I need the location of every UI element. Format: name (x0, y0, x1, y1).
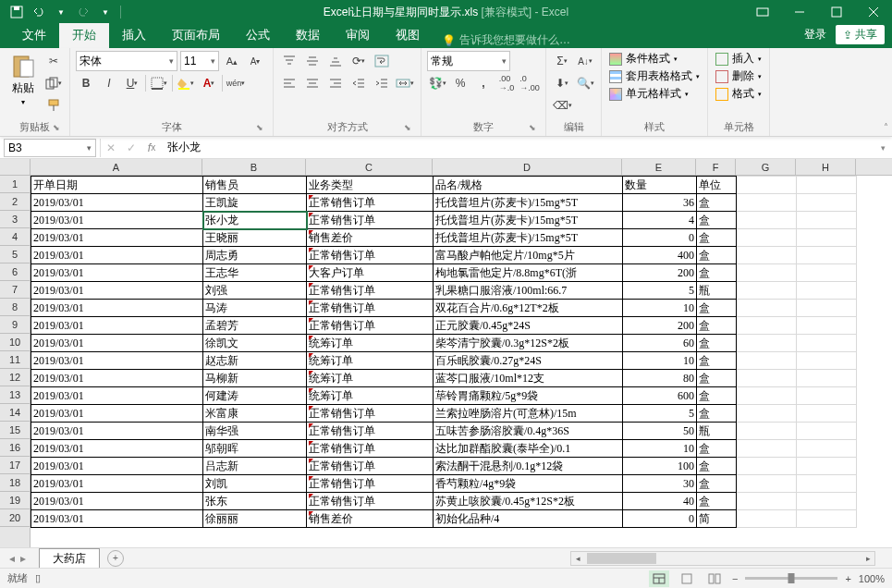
cell[interactable]: 周志勇 (203, 247, 307, 264)
cell[interactable]: 盒 (697, 317, 737, 335)
cell[interactable]: 统筹订单 (307, 352, 434, 370)
conditional-format-button[interactable]: 条件格式▾ (607, 51, 702, 67)
cell[interactable]: 单位 (697, 177, 737, 194)
cell[interactable]: 王晓丽 (203, 229, 307, 247)
row-header[interactable]: 18 (0, 474, 30, 492)
cell[interactable] (797, 458, 857, 475)
cell[interactable]: 瓶 (697, 282, 737, 300)
cell[interactable]: 开单日期 (31, 177, 203, 194)
font-size-combo[interactable]: 11▾ (180, 51, 219, 71)
cell[interactable]: 2019/03/01 (31, 352, 203, 370)
merge-button[interactable]: ▾ (395, 73, 415, 93)
align-bottom-button[interactable] (325, 51, 346, 71)
cell[interactable]: 2019/03/01 (31, 264, 203, 282)
cell[interactable]: 盒 (697, 300, 737, 317)
cell[interactable]: 徐凯文 (203, 335, 307, 352)
cell[interactable] (737, 300, 797, 317)
cell[interactable] (737, 352, 797, 370)
cell[interactable]: 盒 (697, 264, 737, 282)
find-button[interactable]: 🔍▾ (575, 73, 595, 93)
tab-data[interactable]: 数据 (283, 23, 333, 48)
cell[interactable]: 盒 (697, 405, 737, 423)
cell[interactable]: 盒 (697, 194, 737, 212)
cell[interactable] (797, 352, 857, 370)
fill-button[interactable]: ⬇▾ (552, 73, 572, 93)
cell[interactable] (797, 177, 857, 194)
paste-button[interactable]: 粘贴▾ (6, 51, 41, 108)
number-format-combo[interactable]: 常规▾ (427, 51, 510, 71)
cell[interactable]: 100 (623, 458, 697, 475)
column-header[interactable]: F (696, 159, 736, 175)
cell[interactable]: 刘强 (203, 282, 307, 300)
cell[interactable]: 马柳新 (203, 370, 307, 387)
cell[interactable]: 2019/03/01 (31, 475, 203, 493)
cell[interactable] (737, 440, 797, 458)
cell[interactable]: 盒 (697, 212, 737, 229)
cell[interactable] (737, 335, 797, 352)
cell[interactable]: 柴芩清宁胶囊/0.3g*12S*2板 (434, 335, 623, 352)
clear-button[interactable]: ⌫▾ (552, 95, 572, 116)
cell[interactable] (797, 264, 857, 282)
tab-layout[interactable]: 页面布局 (159, 23, 233, 48)
cell[interactable]: 5 (623, 405, 697, 423)
ribbon-display-icon[interactable] (744, 0, 781, 24)
qat-customize-icon[interactable]: ▼ (96, 3, 115, 21)
cell[interactable]: 5 (623, 282, 697, 300)
cell[interactable]: 200 (623, 264, 697, 282)
cell[interactable] (737, 387, 797, 405)
cell[interactable]: 初始化品种/4 (434, 510, 623, 528)
delete-cells-button[interactable]: 删除▾ (714, 68, 764, 84)
cell[interactable]: 正常销售订单 (307, 405, 434, 423)
cell[interactable]: 正常销售订单 (307, 458, 434, 475)
cell[interactable] (797, 510, 857, 528)
cell[interactable]: 2019/03/01 (31, 194, 203, 212)
cell[interactable]: 枸地氯雷他定片/8.8mg*6T(浙 (434, 264, 623, 282)
cell[interactable] (737, 493, 797, 510)
increase-decimal-button[interactable]: .00→.0 (496, 73, 517, 93)
cell[interactable]: 五味苦参肠溶胶囊/0.4g*36S (434, 423, 623, 440)
cell[interactable]: 4 (623, 212, 697, 229)
align-right-button[interactable] (325, 73, 346, 93)
cell[interactable]: 百乐眠胶囊/0.27g*24S (434, 352, 623, 370)
tab-file[interactable]: 文件 (9, 23, 59, 48)
name-box[interactable]: B3▾ (4, 139, 96, 157)
cell[interactable]: 托伐普坦片(苏麦卡)/15mg*5T (434, 212, 623, 229)
align-launcher[interactable]: ⬊ (402, 123, 413, 134)
undo-icon[interactable] (30, 3, 48, 21)
row-header[interactable]: 13 (0, 386, 30, 404)
cell[interactable] (797, 247, 857, 264)
cell[interactable] (797, 229, 857, 247)
cell[interactable] (797, 317, 857, 335)
share-button[interactable]: ⇪共享 (836, 25, 885, 44)
cell[interactable]: 托伐普坦片(苏麦卡)/15mg*5T (434, 229, 623, 247)
cell[interactable]: 2019/03/01 (31, 300, 203, 317)
cell[interactable] (737, 475, 797, 493)
cell[interactable]: 正常销售订单 (307, 194, 434, 212)
cell[interactable]: 米富康 (203, 405, 307, 423)
sheet-tab-active[interactable]: 大药店 (39, 548, 100, 569)
number-launcher[interactable]: ⬊ (527, 123, 538, 134)
row-header[interactable]: 12 (0, 369, 30, 386)
cell[interactable]: 乳果糖口服溶液/100ml:66.7 (434, 282, 623, 300)
row-header[interactable]: 5 (0, 246, 30, 263)
row-header[interactable]: 3 (0, 211, 30, 228)
cell[interactable] (737, 317, 797, 335)
cell[interactable]: 40 (623, 493, 697, 510)
cell[interactable]: 正常销售订单 (307, 423, 434, 440)
align-left-button[interactable] (279, 73, 299, 93)
sheet-nav-next-icon[interactable]: ▸ (20, 552, 26, 565)
formula-input[interactable]: 张小龙 (162, 140, 874, 155)
cell[interactable]: 2019/03/01 (31, 510, 203, 528)
comma-button[interactable]: , (473, 73, 494, 93)
cell[interactable]: 香芍颗粒/4g*9袋 (434, 475, 623, 493)
cell[interactable]: 销售员 (203, 177, 307, 194)
redo-icon[interactable] (74, 3, 92, 21)
cell[interactable] (797, 423, 857, 440)
login-link[interactable]: 登录 (804, 27, 826, 43)
row-header[interactable]: 2 (0, 193, 30, 211)
cell[interactable]: 正常销售订单 (307, 493, 434, 510)
row-header[interactable]: 6 (0, 263, 30, 281)
cell[interactable] (737, 458, 797, 475)
cell[interactable] (797, 405, 857, 423)
row-header[interactable]: 16 (0, 439, 30, 457)
